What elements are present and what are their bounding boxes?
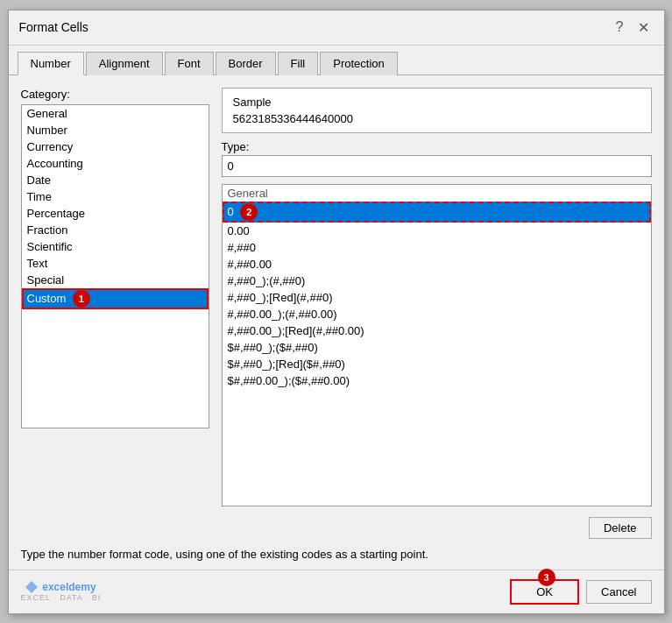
main-content: Category: General Number Currency Accoun… — [9, 75, 664, 539]
close-button[interactable]: ✕ — [633, 18, 654, 38]
cat-number[interactable]: Number — [22, 122, 209, 138]
format-item-3[interactable]: #,##0.00_);(#,##0.00) — [223, 306, 651, 322]
format-item-6[interactable]: $#,##0_);[Red]($#,##0) — [223, 356, 651, 372]
title-bar-left: Format Cells — [19, 20, 88, 34]
title-bar: Format Cells ? ✕ — [9, 11, 664, 46]
footer: exceldemy EXCEL · DATA · BI 3 OK Cancel — [9, 570, 664, 613]
badge-3: 3 — [538, 569, 555, 586]
title-bar-controls: ? ✕ — [612, 18, 654, 38]
footer-logo: exceldemy EXCEL · DATA · BI — [21, 581, 102, 602]
logo-name: exceldemy — [42, 581, 95, 593]
logo-sub: EXCEL · DATA · BI — [21, 593, 102, 602]
cat-percentage[interactable]: Percentage — [22, 205, 209, 222]
cat-accounting[interactable]: Accounting — [22, 155, 209, 172]
footer-buttons: 3 OK Cancel — [510, 579, 651, 605]
hint-text: Type the number format code, using one o… — [9, 539, 664, 570]
tabs-bar: Number Alignment Font Border Fill Protec… — [9, 46, 664, 75]
tab-fill[interactable]: Fill — [278, 52, 319, 75]
ok-button[interactable]: 3 OK — [510, 579, 579, 605]
format-item-5[interactable]: $#,##0_);($#,##0) — [223, 339, 651, 356]
format-item-1[interactable]: #,##0_);(#,##0) — [223, 273, 651, 289]
format-item-hash0[interactable]: #,##0 — [223, 239, 651, 256]
cat-currency[interactable]: Currency — [22, 138, 209, 155]
category-label: Category: — [21, 88, 209, 101]
type-input[interactable] — [222, 155, 652, 177]
logo-icon — [25, 581, 38, 593]
tab-border[interactable]: Border — [216, 52, 276, 75]
sample-value: 5623185336444640000 — [233, 112, 640, 125]
format-item-4[interactable]: #,##0.00_);[Red](#,##0.00) — [223, 322, 651, 339]
badge-1: 1 — [73, 290, 90, 308]
sample-label: Sample — [233, 96, 640, 109]
format-item-hash0.00[interactable]: #,##0.00 — [223, 256, 651, 273]
format-cells-dialog: Format Cells ? ✕ Number Alignment Font B… — [8, 10, 665, 614]
badge-2: 2 — [240, 203, 258, 221]
scrollbar-wrapper: General 0 2 0.00 #,##0 #,##0.00 #,##0_);… — [223, 185, 651, 506]
type-section: Type: — [222, 140, 652, 177]
format-list-container: General 0 2 0.00 #,##0 #,##0.00 #,##0_);… — [222, 184, 652, 506]
dialog-title: Format Cells — [19, 20, 88, 34]
format-item-2[interactable]: #,##0_);[Red](#,##0) — [223, 289, 651, 306]
right-panel: Sample 5623185336444640000 Type: General… — [222, 88, 652, 539]
format-item-0[interactable]: 0 2 — [223, 202, 651, 223]
cat-date[interactable]: Date — [22, 172, 209, 188]
format-item-7[interactable]: $#,##0.00_);($#,##0.00) — [223, 372, 651, 389]
cat-special[interactable]: Special — [22, 272, 209, 288]
tab-alignment[interactable]: Alignment — [86, 52, 163, 75]
left-panel: Category: General Number Currency Accoun… — [21, 88, 209, 539]
category-list[interactable]: General Number Currency Accounting Date … — [21, 104, 209, 428]
tab-font[interactable]: Font — [165, 52, 214, 75]
tab-protection[interactable]: Protection — [320, 52, 398, 75]
svg-marker-0 — [25, 581, 38, 593]
ok-label: OK — [536, 585, 553, 598]
delete-row: Delete — [222, 517, 652, 539]
help-button[interactable]: ? — [612, 18, 628, 37]
format-item-general[interactable]: General — [223, 185, 651, 202]
format-item-0.00[interactable]: 0.00 — [223, 223, 651, 239]
tab-number[interactable]: Number — [18, 52, 84, 75]
cat-fraction[interactable]: Fraction — [22, 222, 209, 238]
cat-general[interactable]: General — [22, 105, 209, 122]
delete-button[interactable]: Delete — [589, 517, 652, 539]
badge-3-wrapper: 3 — [534, 569, 555, 586]
cat-time[interactable]: Time — [22, 188, 209, 205]
sample-box: Sample 5623185336444640000 — [222, 88, 652, 133]
cancel-button[interactable]: Cancel — [586, 580, 651, 604]
cat-scientific[interactable]: Scientific — [22, 238, 209, 255]
format-list[interactable]: General 0 2 0.00 #,##0 #,##0.00 #,##0_);… — [223, 185, 651, 506]
cat-custom[interactable]: Custom 1 — [22, 288, 209, 309]
type-label: Type: — [222, 140, 652, 153]
cat-text[interactable]: Text — [22, 255, 209, 272]
footer-logo-top: exceldemy — [25, 581, 95, 593]
